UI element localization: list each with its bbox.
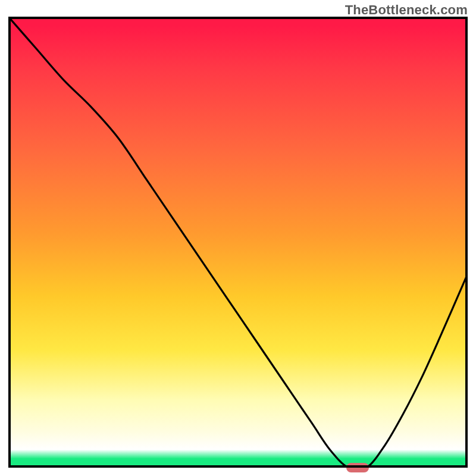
watermark-text: TheBottleneck.com [345,2,468,18]
chart-gradient-background [8,17,468,468]
chart-frame [8,17,468,468]
